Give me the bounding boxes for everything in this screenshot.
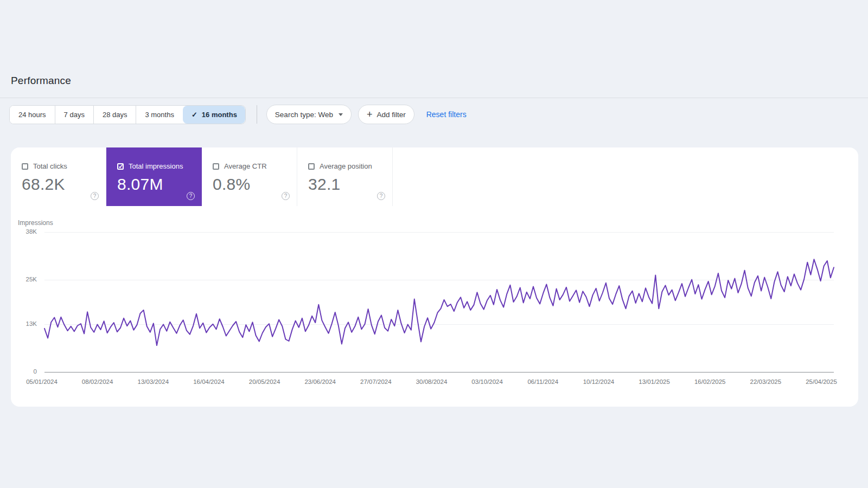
y-tick-label: 13K — [11, 320, 37, 327]
metric-value: 68.2K — [11, 175, 106, 194]
filters-toolbar: 24 hours 7 days 28 days 3 months 16 mont… — [9, 105, 467, 124]
x-axis-line — [44, 372, 834, 373]
x-tick-label: 10/12/2024 — [583, 378, 615, 385]
add-filter-label: Add filter — [376, 111, 405, 119]
check-icon — [192, 111, 197, 119]
performance-panel: Total clicks 68.2K Total impressions 8.0… — [11, 147, 858, 407]
date-range-group: 24 hours 7 days 28 days 3 months 16 mont… — [9, 105, 246, 124]
metric-cards: Total clicks 68.2K Total impressions 8.0… — [11, 147, 393, 206]
metric-value: 0.8% — [202, 175, 297, 194]
help-icon[interactable] — [91, 192, 99, 200]
y-tick-label: 0 — [11, 368, 37, 375]
x-tick-label: 13/01/2025 — [639, 378, 670, 385]
help-icon[interactable] — [282, 192, 290, 200]
metric-label: Average position — [320, 162, 372, 170]
metric-card-total-impressions[interactable]: Total impressions 8.07M — [106, 147, 202, 206]
help-icon[interactable] — [187, 192, 195, 200]
header-divider — [0, 98, 868, 98]
x-tick-label: 30/08/2024 — [416, 378, 448, 385]
range-28-days[interactable]: 28 days — [93, 106, 136, 124]
metric-card-average-position[interactable]: Average position 32.1 — [297, 147, 393, 206]
metric-value: 8.07M — [106, 175, 202, 194]
checkbox-average-position[interactable] — [308, 163, 315, 170]
x-tick-label: 03/10/2024 — [471, 378, 503, 385]
x-tick-label: 06/11/2024 — [527, 378, 558, 385]
range-7-days[interactable]: 7 days — [55, 106, 93, 124]
x-tick-label: 13/03/2024 — [138, 378, 169, 385]
checkbox-total-impressions[interactable] — [117, 163, 124, 170]
metric-label: Total clicks — [33, 162, 67, 170]
metric-label: Average CTR — [224, 162, 267, 170]
metric-card-average-ctr[interactable]: Average CTR 0.8% — [202, 147, 297, 206]
x-tick-label: 16/04/2024 — [193, 378, 225, 385]
chevron-down-icon — [339, 113, 343, 116]
x-tick-label: 25/04/2025 — [806, 378, 837, 385]
reset-filters-link[interactable]: Reset filters — [426, 110, 467, 119]
toolbar-divider — [257, 105, 257, 124]
impressions-series-line — [44, 259, 834, 345]
x-tick-label: 22/03/2025 — [750, 378, 782, 385]
search-type-label: Search type: Web — [275, 111, 333, 119]
checkbox-total-clicks[interactable] — [22, 163, 28, 170]
range-3-months[interactable]: 3 months — [136, 106, 182, 124]
checkbox-average-ctr[interactable] — [213, 163, 219, 170]
y-tick-label: 38K — [11, 228, 37, 235]
x-tick-label: 08/02/2024 — [82, 378, 113, 385]
plus-icon — [367, 110, 373, 119]
x-tick-label: 05/01/2024 — [26, 378, 58, 385]
chart-axis-title: Impressions — [18, 219, 53, 227]
range-16-months-label: 16 months — [202, 111, 237, 119]
impressions-line-chart[interactable] — [44, 232, 834, 372]
x-tick-label: 23/06/2024 — [304, 378, 336, 385]
page-title: Performance — [11, 75, 71, 87]
metric-card-total-clicks[interactable]: Total clicks 68.2K — [11, 147, 106, 206]
range-16-months[interactable]: 16 months — [183, 106, 245, 124]
metric-label: Total impressions — [129, 162, 183, 170]
y-tick-label: 25K — [11, 276, 37, 282]
x-tick-label: 27/07/2024 — [360, 378, 392, 385]
metric-value: 32.1 — [297, 175, 392, 194]
x-tick-label: 20/05/2024 — [249, 378, 280, 385]
add-filter-button[interactable]: Add filter — [358, 105, 414, 124]
search-type-dropdown[interactable]: Search type: Web — [266, 105, 352, 124]
range-24-hours[interactable]: 24 hours — [10, 106, 55, 124]
x-tick-label: 16/02/2025 — [694, 378, 726, 385]
help-icon[interactable] — [377, 192, 385, 200]
